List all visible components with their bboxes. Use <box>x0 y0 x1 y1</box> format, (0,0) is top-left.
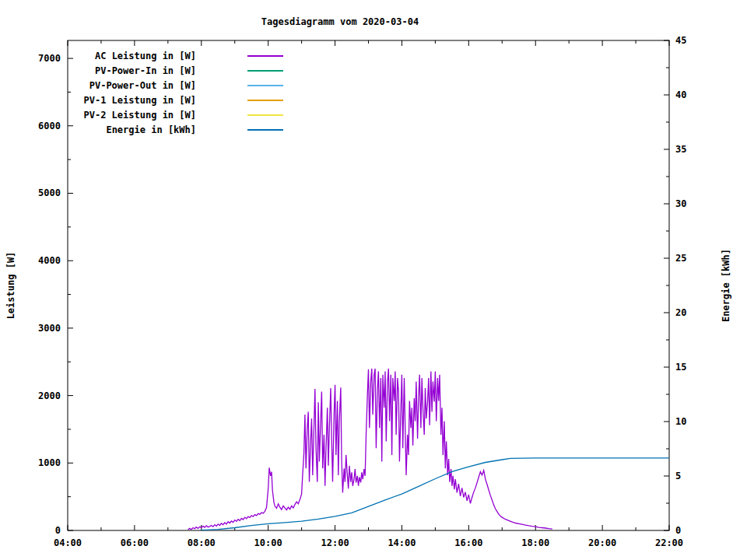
y-right-tick-label: 40 <box>675 90 722 100</box>
x-tick-label: 06:00 <box>111 538 158 548</box>
y-left-tick-label: 1000 <box>0 458 61 467</box>
y-right-tick-label: 20 <box>675 308 722 317</box>
x-tick-label: 18:00 <box>512 538 559 548</box>
legend-item: PV-Power-Out in [W] <box>70 78 283 93</box>
y-left-tick-label: 5000 <box>0 188 61 198</box>
legend-line-sample <box>247 100 283 101</box>
legend-label: Energie in [kWh] <box>70 124 196 135</box>
legend-item: PV-Power-In in [W] <box>70 63 283 78</box>
y-left-tick-label: 0 <box>0 526 61 535</box>
y-right-tick-label: 5 <box>675 471 722 481</box>
y-right-tick-label: 0 <box>675 526 722 535</box>
legend-label: PV-Power-In in [W] <box>70 65 196 76</box>
legend-label: AC Leistung in [W] <box>70 51 196 61</box>
y-left-tick-label: 7000 <box>0 54 61 63</box>
legend-label: PV-2 Leistung in [W] <box>70 110 196 121</box>
legend-line-sample <box>247 85 283 86</box>
legend-item: Energie in [kWh] <box>70 122 283 137</box>
series-line <box>202 458 669 530</box>
legend-label: PV-1 Leistung in [W] <box>70 95 196 106</box>
daily-pv-chart: Tagesdiagramm vom 2020-03-04 Leistung [W… <box>0 0 747 560</box>
x-tick-label: 10:00 <box>245 538 292 548</box>
legend-label: PV-Power-Out in [W] <box>70 80 196 91</box>
y-left-tick-label: 2000 <box>0 391 61 401</box>
legend-line-sample <box>247 114 283 116</box>
x-tick-label: 04:00 <box>44 538 91 548</box>
x-tick-label: 12:00 <box>312 538 359 548</box>
legend-line-sample <box>247 129 283 131</box>
legend-item: AC Leistung in [W] <box>70 48 283 63</box>
legend-item: PV-2 Leistung in [W] <box>70 107 283 122</box>
y-right-tick-label: 25 <box>675 254 722 263</box>
x-tick-label: 16:00 <box>445 538 492 548</box>
y-left-tick-label: 6000 <box>0 121 61 131</box>
y-left-tick-label: 4000 <box>0 256 61 265</box>
y-right-tick-label: 15 <box>675 362 722 372</box>
x-tick-label: 14:00 <box>378 538 425 548</box>
legend-item: PV-1 Leistung in [W] <box>70 93 283 107</box>
y-right-tick-label: 30 <box>675 199 722 208</box>
y-right-tick-label: 45 <box>675 36 722 45</box>
y-right-tick-label: 10 <box>675 417 722 426</box>
x-tick-label: 22:00 <box>646 538 693 548</box>
x-tick-label: 08:00 <box>178 538 225 548</box>
y-left-tick-label: 3000 <box>0 324 61 333</box>
y-right-tick-label: 35 <box>675 145 722 154</box>
x-tick-label: 20:00 <box>579 538 626 548</box>
legend-line-sample <box>247 55 283 57</box>
legend: AC Leistung in [W]PV-Power-In in [W]PV-P… <box>70 48 283 137</box>
legend-line-sample <box>247 70 283 72</box>
